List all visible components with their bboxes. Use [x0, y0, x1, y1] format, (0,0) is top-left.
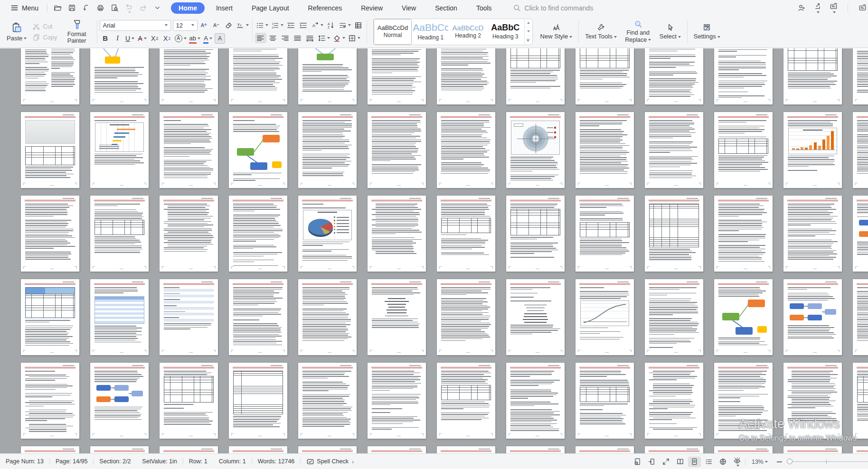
redo-icon[interactable]: [137, 2, 149, 14]
page-thumbnail[interactable]: [160, 279, 218, 355]
style-heading-3[interactable]: AaBbC Heading 3: [487, 19, 524, 45]
page-thumbnail[interactable]: [437, 446, 495, 453]
page-thumbnail[interactable]: [645, 446, 703, 453]
add-user-icon[interactable]: [795, 2, 807, 14]
align-left-icon[interactable]: [255, 33, 266, 43]
page-thumbnail[interactable]: [90, 48, 149, 104]
borders-button[interactable]: [347, 33, 361, 43]
share-button[interactable]: [811, 2, 823, 14]
font-size-select[interactable]: 12: [173, 20, 198, 31]
page-thumbnail[interactable]: [160, 196, 218, 272]
bold-button[interactable]: B: [100, 33, 111, 44]
page-thumbnail[interactable]: [506, 196, 565, 272]
page-thumbnail[interactable]: [714, 196, 773, 272]
undo-button[interactable]: [123, 2, 135, 14]
page-thumbnail[interactable]: [368, 48, 426, 104]
style-heading-2[interactable]: AaBbCcD Heading 2: [449, 19, 487, 45]
page-thumbnail[interactable]: [160, 112, 218, 188]
page-thumbnail[interactable]: [160, 446, 218, 453]
status-section[interactable]: Section: 2/2SetValue: 1in: [94, 454, 182, 469]
page-thumbnail[interactable]: [853, 279, 868, 355]
page-thumbnail[interactable]: [437, 48, 495, 104]
menu-button[interactable]: Menu: [6, 4, 43, 12]
font-name-select[interactable]: Arial: [100, 20, 171, 31]
tab-page-layout[interactable]: Page Layout: [244, 2, 297, 14]
paragraph-mark-button[interactable]: [338, 20, 352, 30]
page-thumbnail[interactable]: [21, 446, 79, 453]
open-icon[interactable]: [51, 2, 64, 14]
tab-home[interactable]: Home: [171, 2, 205, 14]
clipped-icon[interactable]: [857, 2, 868, 14]
page-thumbnail[interactable]: [576, 48, 634, 104]
page-thumbnail[interactable]: [576, 279, 634, 355]
page-thumbnail[interactable]: [783, 446, 842, 453]
customize-toolbar-icon[interactable]: [151, 2, 163, 14]
new-style-button[interactable]: New Style: [537, 18, 576, 46]
page-thumbnail[interactable]: [298, 446, 357, 453]
align-center-icon[interactable]: [267, 33, 279, 43]
tab-tools[interactable]: Tools: [469, 2, 500, 14]
status-page[interactable]: Page: 14/95: [50, 454, 93, 469]
page-thumbnail[interactable]: [298, 48, 357, 104]
page-thumbnail[interactable]: [576, 196, 634, 272]
line-spacing-button[interactable]: [317, 33, 331, 43]
page-thumbnail[interactable]: [90, 446, 149, 453]
web-layout-icon[interactable]: [717, 457, 729, 467]
page-thumbnail[interactable]: [90, 196, 149, 272]
text-direction-button[interactable]: A: [310, 20, 324, 30]
status-words[interactable]: Words: 12746: [252, 454, 301, 469]
zoom-out-button[interactable]: [777, 461, 782, 462]
page-thumbnail[interactable]: [21, 196, 79, 272]
page-thumbnail[interactable]: [714, 446, 773, 453]
justify-icon[interactable]: [292, 33, 303, 43]
page-thumbnail[interactable]: [714, 48, 773, 104]
mobile-view-icon[interactable]: [645, 457, 658, 467]
style-heading-1[interactable]: AaBbCc Heading 1: [412, 19, 449, 45]
page-thumbnail[interactable]: [853, 196, 868, 272]
print-preview-icon[interactable]: [108, 2, 121, 14]
page-thumbnail[interactable]: [160, 48, 218, 104]
print-icon[interactable]: [94, 2, 106, 14]
page-thumbnail[interactable]: [368, 363, 426, 439]
page-thumbnail[interactable]: [783, 196, 842, 272]
page-thumbnail[interactable]: [229, 196, 287, 272]
page-thumbnail[interactable]: [298, 196, 357, 272]
page-thumbnail[interactable]: [506, 279, 565, 355]
page-thumbnail[interactable]: [645, 363, 703, 439]
character-shading-button[interactable]: A: [215, 33, 225, 44]
tab-insert[interactable]: Insert: [208, 2, 240, 14]
clear-format-icon[interactable]: [223, 20, 235, 30]
page-thumbnail[interactable]: [506, 112, 565, 188]
align-right-icon[interactable]: [280, 33, 291, 43]
page-thumbnail[interactable]: [437, 112, 495, 188]
page-thumbnail[interactable]: [90, 279, 149, 355]
page-thumbnail[interactable]: [298, 279, 357, 355]
settings-button[interactable]: Settings: [690, 18, 724, 46]
tab-review[interactable]: Review: [353, 2, 390, 14]
page-thumbnail[interactable]: [21, 363, 79, 439]
page-thumbnail[interactable]: [21, 48, 79, 104]
style-scroll-up[interactable]: [525, 19, 532, 27]
italic-button[interactable]: I: [112, 33, 123, 44]
shrink-font-icon[interactable]: A: [211, 20, 222, 30]
page-thumbnail[interactable]: [645, 279, 703, 355]
grow-font-icon[interactable]: A: [198, 20, 210, 30]
style-gallery-more[interactable]: [525, 36, 532, 44]
page-thumbnail[interactable]: [160, 363, 218, 439]
read-mode-icon[interactable]: [674, 457, 687, 467]
outline-view-icon[interactable]: [702, 457, 715, 467]
page-thumbnail[interactable]: [506, 48, 565, 104]
page-thumbnail[interactable]: [506, 363, 565, 439]
copy-button[interactable]: Copy: [32, 33, 57, 41]
page-thumbnail[interactable]: [229, 112, 287, 188]
page-thumbnail[interactable]: [576, 112, 634, 188]
font-color-button[interactable]: A: [202, 33, 214, 44]
find-replace-button[interactable]: Find and Replace: [621, 18, 656, 46]
history-page-icon[interactable]: [631, 457, 644, 467]
page-thumbnail[interactable]: [714, 279, 773, 355]
decrease-indent-icon[interactable]: [285, 20, 297, 30]
text-effects-button[interactable]: A: [174, 33, 188, 44]
highlight-color-button[interactable]: ab: [189, 33, 201, 44]
page-thumbnail[interactable]: [368, 112, 426, 188]
superscript-button[interactable]: X2: [149, 33, 160, 44]
